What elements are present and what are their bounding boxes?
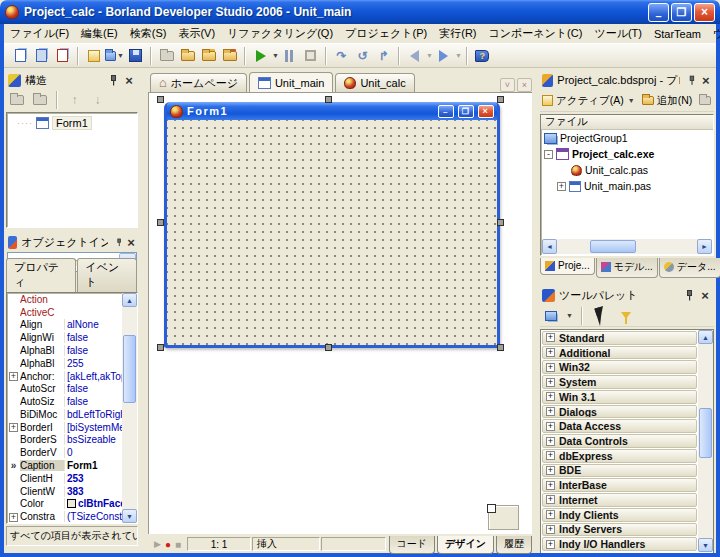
property-row-bidimode[interactable]: BiDiMocbdLeftToRight <box>7 408 122 421</box>
menu-edit[interactable]: 編集(E) <box>75 24 124 43</box>
project-node-unit-main[interactable]: + Unit_main.pas <box>541 178 713 194</box>
expand-icon[interactable]: + <box>546 451 555 460</box>
collapse-icon[interactable]: - <box>544 150 553 159</box>
scrollbar-thumb[interactable] <box>123 335 136 403</box>
property-row-activecontrol[interactable]: ActiveC <box>7 306 122 319</box>
category-bde[interactable]: +BDE <box>542 464 697 478</box>
category-internet[interactable]: +Internet <box>542 493 697 507</box>
project-node-exe[interactable]: - Project_calc.exe <box>541 146 713 162</box>
scroll-left-icon[interactable]: ◄ <box>542 239 557 254</box>
selection-handle-bottom-right[interactable] <box>497 344 504 351</box>
expand-icon[interactable]: + <box>546 333 555 342</box>
scroll-down-icon[interactable]: ▼ <box>698 538 713 552</box>
category-data-access[interactable]: +Data Access <box>542 419 697 433</box>
category-additional[interactable]: +Additional <box>542 346 697 360</box>
category-indy-clients[interactable]: +Indy Clients <box>542 508 697 522</box>
expand-icon[interactable]: + <box>546 525 555 534</box>
macro-stop-icon[interactable]: ■ <box>175 539 181 550</box>
back-dropdown-icon[interactable]: ▼ <box>426 52 433 59</box>
expand-icon[interactable]: + <box>557 182 566 191</box>
expand-icon[interactable]: + <box>9 372 18 381</box>
menu-window[interactable]: ウィンドウ(W) <box>707 24 720 43</box>
close-panel-icon[interactable]: × <box>698 288 712 303</box>
scroll-right-icon[interactable]: ► <box>697 239 712 254</box>
open-file-icon[interactable]: ▼ <box>105 47 124 64</box>
tab-close-button[interactable]: × <box>517 78 532 92</box>
move-up-icon[interactable]: ↑ <box>65 92 84 109</box>
remove-file-icon[interactable] <box>53 47 72 64</box>
help-icon[interactable]: ? <box>473 47 492 64</box>
expand-icon[interactable]: + <box>546 378 555 387</box>
menu-view[interactable]: 表示(V) <box>172 24 221 43</box>
selection-handle-bottom-center[interactable] <box>325 344 332 351</box>
maximize-button[interactable]: ❐ <box>671 3 692 22</box>
menu-run[interactable]: 実行(R) <box>433 24 482 43</box>
menu-tools[interactable]: ツール(T) <box>588 24 648 43</box>
run-dropdown-icon[interactable]: ▼ <box>272 52 279 59</box>
category-dialogs[interactable]: +Dialogs <box>542 405 697 419</box>
selection-handle-middle-right[interactable] <box>497 219 504 226</box>
menu-file[interactable]: ファイル(F) <box>4 24 75 43</box>
tab-list-dropdown-button[interactable]: ˅ <box>500 78 515 92</box>
move-down-icon[interactable]: ↓ <box>88 92 107 109</box>
tab-unit-main[interactable]: Unit_main <box>249 72 334 92</box>
property-row-autosize[interactable]: AutoSizfalse <box>7 395 122 408</box>
back-icon[interactable] <box>405 47 424 64</box>
form-close-button[interactable]: × <box>478 105 494 118</box>
scrollbar-thumb[interactable] <box>590 240 636 253</box>
selection-cursor-icon[interactable] <box>592 307 611 324</box>
forward-dropdown-icon[interactable]: ▼ <box>455 52 462 59</box>
category-indy-servers[interactable]: +Indy Servers <box>542 523 697 537</box>
selection-handle-top-right[interactable] <box>497 96 504 103</box>
view-tab-design[interactable]: デザイン <box>437 536 494 554</box>
run-icon[interactable] <box>251 47 270 64</box>
open-project-icon[interactable] <box>178 47 197 64</box>
minimize-button[interactable]: – <box>648 3 669 22</box>
macro-record-icon[interactable]: ● <box>165 539 171 550</box>
close-panel-icon[interactable]: × <box>700 73 712 88</box>
scrollbar-thumb[interactable] <box>699 408 712 458</box>
property-row-clientwidth[interactable]: ClientW383 <box>7 485 122 498</box>
palette-options-icon[interactable] <box>541 307 560 324</box>
expand-icon[interactable]: + <box>546 540 555 549</box>
menu-component[interactable]: コンポーネント(C) <box>483 24 589 43</box>
menu-starteam[interactable]: StarTeam <box>648 26 707 42</box>
chevron-down-icon[interactable]: ▼ <box>566 312 573 319</box>
pin-icon[interactable] <box>109 75 118 86</box>
run-until-return-icon[interactable]: ↱ <box>374 47 393 64</box>
macro-play-icon[interactable]: ▶ <box>154 539 161 549</box>
add-to-project-icon[interactable] <box>199 47 218 64</box>
category-win32[interactable]: +Win32 <box>542 360 697 374</box>
remove-from-project-icon[interactable] <box>220 47 239 64</box>
selection-handle-bottom-left[interactable] <box>157 344 164 351</box>
view-tab-code[interactable]: コード <box>389 536 435 554</box>
project-node-unit-calc[interactable]: Unit_calc.pas <box>541 162 713 178</box>
pause-icon[interactable] <box>280 47 299 64</box>
category-system[interactable]: +System <box>542 375 697 389</box>
property-row-borderstyle[interactable]: BorderSbsSizeable <box>7 434 122 447</box>
filter-funnel-icon[interactable] <box>617 307 636 324</box>
pin-icon[interactable] <box>685 290 694 301</box>
form-designer-canvas[interactable]: Form1 – ❐ × <box>148 92 532 534</box>
structure-new-item-icon[interactable] <box>7 92 26 109</box>
property-row-caption[interactable]: »CaptionForm1 <box>7 459 122 472</box>
tab-unit-calc[interactable]: Unit_calc <box>335 73 414 92</box>
forward-icon[interactable] <box>434 47 453 64</box>
step-over-icon[interactable]: ↺ <box>353 47 372 64</box>
expand-icon[interactable]: + <box>546 481 555 490</box>
expand-icon[interactable]: + <box>546 363 555 372</box>
tab-project-manager[interactable]: Proje... <box>540 258 595 275</box>
new-form-icon[interactable] <box>11 47 30 64</box>
expand-icon[interactable]: + <box>546 407 555 416</box>
expand-icon[interactable]: + <box>9 513 18 522</box>
property-row-autoscroll[interactable]: AutoScrfalse <box>7 382 122 395</box>
new-item-icon[interactable] <box>84 47 103 64</box>
property-row-borderwidth[interactable]: BorderV0 <box>7 446 122 459</box>
pin-icon[interactable] <box>688 75 696 86</box>
property-row-bordericons[interactable]: +BorderI[biSystemMenu,biM <box>7 421 122 434</box>
menu-search[interactable]: 検索(S) <box>124 24 173 43</box>
property-row-align[interactable]: AlignalNone <box>7 319 122 332</box>
category-dbexpress[interactable]: +dbExpress <box>542 449 697 463</box>
selection-handle-top-left[interactable] <box>157 96 164 103</box>
menu-refactor[interactable]: リファクタリング(Q) <box>221 24 339 43</box>
